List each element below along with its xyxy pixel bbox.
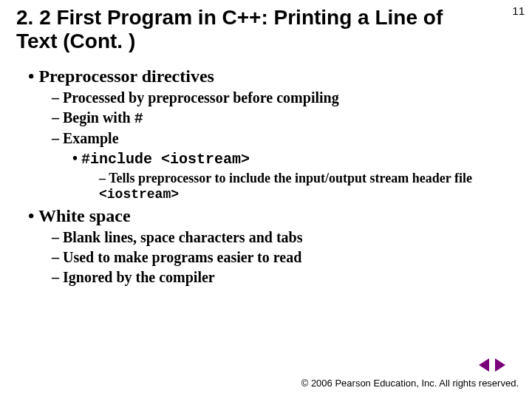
bullet-whitespace: White space Blank lines, space character…: [28, 206, 516, 286]
bullet-list: Preprocessor directives Processed by pre…: [16, 66, 516, 286]
bullet-sub: Blank lines, space characters and tabs: [52, 229, 516, 246]
bullet-preprocessor: Preprocessor directives Processed by pre…: [28, 66, 516, 202]
triangle-left-icon: [479, 358, 489, 372]
code-hash: #: [134, 110, 143, 127]
triangle-right-icon: [495, 358, 505, 372]
bullet-text: Example: [63, 130, 119, 146]
code-include: #include <iostream>: [81, 151, 250, 168]
bullet-sub: Used to make programs easier to read: [52, 249, 516, 266]
bullet-explain: Tells preprocessor to include the input/…: [99, 171, 516, 202]
bullet-text: Begin with: [63, 109, 134, 126]
bullet-sub: Ignored by the compiler: [52, 269, 516, 286]
bullet-text: Tells preprocessor to include the input/…: [109, 171, 472, 185]
prev-button[interactable]: [479, 358, 489, 374]
next-button[interactable]: [495, 358, 505, 374]
bullet-sub: Example #include <iostream> Tells prepro…: [52, 130, 516, 202]
bullet-example-code: #include <iostream> Tells preprocessor t…: [72, 150, 516, 202]
bullet-text: Preprocessor directives: [38, 66, 214, 86]
bullet-sub: Processed by preprocessor before compili…: [52, 89, 516, 106]
bullet-text: Used to make programs easier to read: [63, 249, 301, 265]
slide-title: 2. 2 First Program in C++: Printing a Li…: [16, 6, 460, 53]
bullet-text: White space: [38, 206, 131, 225]
slide: 11 2. 2 First Program in C++: Printing a…: [0, 0, 532, 399]
bullet-sub: Begin with #: [52, 109, 516, 127]
bullet-text: Ignored by the compiler: [63, 269, 215, 285]
page-number: 11: [512, 4, 525, 17]
bullet-text: Processed by preprocessor before compili…: [63, 89, 339, 106]
bullet-text: Blank lines, space characters and tabs: [63, 229, 302, 245]
code-iostream: <iostream>: [99, 187, 179, 202]
nav-controls: [479, 358, 505, 374]
copyright-footer: © 2006 Pearson Education, Inc. All right…: [301, 378, 519, 389]
